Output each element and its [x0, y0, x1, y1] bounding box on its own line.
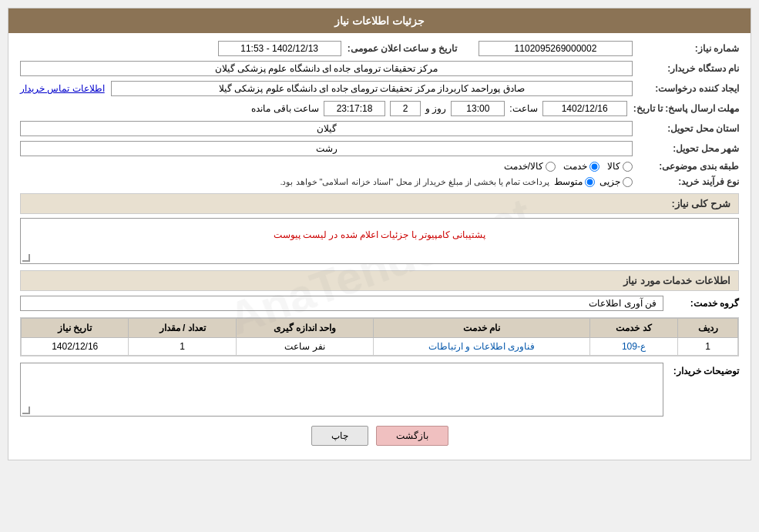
- need-number-label: شماره نیاز:: [639, 43, 739, 54]
- contact-link[interactable]: اطلاعات تماس خریدار: [20, 83, 105, 94]
- category-service-label: خدمت: [563, 161, 587, 172]
- col-unit: واحد اندازه گیری: [236, 319, 373, 338]
- process-medium-option[interactable]: متوسط: [554, 176, 595, 187]
- service-group-label: گروه خدمت:: [670, 298, 739, 309]
- services-section-title: اطلاعات خدمات مورد نیاز: [623, 275, 730, 286]
- announcement-date-value: 1402/12/13 - 11:53: [218, 41, 341, 56]
- deadline-remaining-label: ساعت باقی مانده: [251, 103, 319, 114]
- need-description-title: شرح کلی نیاز:: [671, 198, 730, 209]
- creator-label: ایجاد کننده درخواست:: [639, 83, 739, 94]
- cell-service-code: ع-109: [589, 338, 678, 356]
- col-row-num: ردیف: [678, 319, 738, 338]
- creator-value: صادق پوراحمد کاربرداز مرکز تحقیقات تروما…: [111, 81, 633, 96]
- need-description-text: پشتیبانی کامپیوتر با جزئیات اعلام شده در…: [24, 222, 735, 248]
- deadline-time-label: ساعت:: [509, 103, 537, 114]
- services-table-container: ردیف کد خدمت نام خدمت واحد اندازه گیری ت…: [20, 317, 739, 356]
- province-value: گیلان: [20, 121, 633, 136]
- buyer-desc-box[interactable]: [20, 363, 663, 417]
- category-label: طبقه بندی موضوعی:: [639, 161, 739, 172]
- category-service-radio[interactable]: [589, 162, 599, 172]
- city-label: شهر محل تحویل:: [639, 143, 739, 154]
- table-row: 1 ع-109 فناوری اطلاعات و ارتباطات نفر سا…: [22, 338, 738, 356]
- button-row: بازگشت چاپ: [20, 426, 739, 446]
- page-title: جزئیات اطلاعات نیاز: [8, 8, 751, 33]
- cell-quantity: 1: [129, 338, 236, 356]
- col-service-code: کد خدمت: [589, 319, 678, 338]
- service-group-value: فن آوری اطلاعات: [20, 296, 663, 311]
- process-partial-option[interactable]: جزیی: [599, 176, 633, 187]
- category-radio-group: کالا خدمت کالا/خدمت: [20, 161, 633, 172]
- deadline-row: 1402/12/16 ساعت: 13:00 روز و 2 23:17:18 …: [20, 101, 627, 116]
- buyer-desc-resize-handle[interactable]: [22, 407, 30, 414]
- deadline-days: 2: [390, 101, 421, 116]
- category-goods-service-label: کالا/خدمت: [504, 161, 543, 172]
- cell-row-num: 1: [678, 338, 738, 356]
- print-button[interactable]: چاپ: [311, 426, 368, 446]
- cell-date: 1402/12/16: [22, 338, 129, 356]
- city-value: رشت: [20, 141, 633, 156]
- process-label: نوع فرآیند خرید:: [639, 176, 739, 187]
- category-goods-option[interactable]: کالا: [607, 161, 633, 172]
- deadline-time: 13:00: [451, 101, 505, 116]
- deadline-day-label: روز و: [425, 103, 446, 114]
- col-quantity: تعداد / مقدار: [129, 319, 236, 338]
- buyer-desc-label: توضیحات خریدار:: [670, 363, 739, 376]
- category-goods-radio[interactable]: [623, 162, 633, 172]
- process-description: پرداخت تمام یا بخشی از مبلغ خریدار از مح…: [280, 177, 549, 187]
- need-description-box: پشتیبانی کامپیوتر با جزئیات اعلام شده در…: [20, 218, 739, 264]
- back-button[interactable]: بازگشت: [376, 426, 448, 446]
- buyer-name-label: نام دستگاه خریدار:: [639, 63, 739, 74]
- deadline-date: 1402/12/16: [542, 101, 627, 116]
- process-medium-label: متوسط: [554, 176, 583, 187]
- category-goods-service-radio[interactable]: [546, 162, 556, 172]
- category-service-option[interactable]: خدمت: [563, 161, 599, 172]
- cell-service-name: فناوری اطلاعات و ارتباطات: [374, 338, 589, 356]
- buyer-description-row: توضیحات خریدار:: [20, 363, 739, 417]
- table-header-row: ردیف کد خدمت نام خدمت واحد اندازه گیری ت…: [22, 319, 738, 338]
- col-service-name: نام خدمت: [374, 319, 589, 338]
- resize-handle[interactable]: [22, 254, 30, 262]
- announcement-date-label: تاریخ و ساعت اعلان عمومی:: [348, 43, 457, 54]
- deadline-label: مهلت ارسال پاسخ: تا تاریخ:: [633, 103, 739, 114]
- process-partial-radio[interactable]: [623, 177, 633, 187]
- services-section-header: اطلاعات خدمات مورد نیاز: [20, 270, 739, 291]
- process-medium-radio[interactable]: [585, 177, 595, 187]
- category-goods-label: کالا: [607, 161, 620, 172]
- services-table: ردیف کد خدمت نام خدمت واحد اندازه گیری ت…: [21, 318, 738, 356]
- deadline-remaining: 23:17:18: [324, 101, 385, 116]
- buyer-name-value: مرکز تحقیقات تروماى جاده اى دانشگاه علوم…: [20, 61, 633, 76]
- need-description-section-header: شرح کلی نیاز:: [20, 193, 739, 214]
- category-goods-service-option[interactable]: کالا/خدمت: [504, 161, 556, 172]
- col-date: تاریخ نیاز: [22, 319, 129, 338]
- province-label: استان محل تحویل:: [639, 123, 739, 134]
- process-partial-label: جزیی: [599, 176, 620, 187]
- service-group-row: گروه خدمت: فن آوری اطلاعات: [20, 296, 739, 311]
- need-number-value: 1102095269000002: [479, 41, 633, 56]
- process-row: جزیی متوسط پرداخت تمام یا بخشی از مبلغ خ…: [280, 176, 633, 187]
- cell-unit: نفر ساعت: [236, 338, 373, 356]
